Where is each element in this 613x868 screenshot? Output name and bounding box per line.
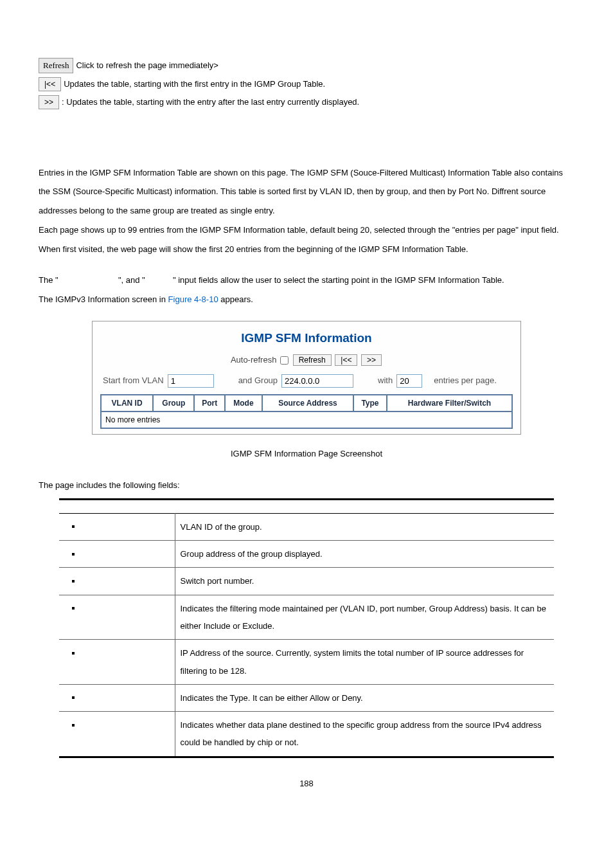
screenshot-controls: Auto-refresh Refresh |<< >> bbox=[100, 354, 513, 366]
table-row: Group address of the group displayed. bbox=[59, 541, 554, 568]
field-desc: Indicates the filtering mode maintained … bbox=[175, 595, 554, 640]
refresh-desc: Click to refresh the page immediately> bbox=[76, 59, 218, 72]
col-port: Port bbox=[194, 395, 225, 411]
figure-link[interactable]: Figure 4-8-10 bbox=[168, 294, 218, 304]
bullet-icon bbox=[72, 652, 75, 655]
refresh-button[interactable]: Refresh bbox=[293, 354, 332, 366]
field-desc: Indicates the Type. It can be either All… bbox=[175, 684, 554, 711]
no-entries-row: No more entries bbox=[101, 411, 512, 428]
table-row: Switch port number. bbox=[59, 568, 554, 595]
screenshot-caption: IGMP SFM Information Page Screenshot bbox=[39, 448, 574, 460]
row-first: |<< Updates the table, starting with the… bbox=[39, 77, 574, 91]
table-row: Indicates whether data plane destined to… bbox=[59, 712, 554, 757]
paragraph-2: The " ", and " " input fields allow the … bbox=[39, 271, 574, 309]
entries-input[interactable] bbox=[396, 374, 422, 388]
start-vlan-label: Start from VLAN bbox=[103, 374, 164, 387]
first-page-button[interactable]: |<< bbox=[335, 354, 357, 366]
page-number: 188 bbox=[39, 777, 574, 790]
field-desc: Indicates whether data plane destined to… bbox=[175, 712, 554, 757]
col-mode: Mode bbox=[225, 395, 262, 411]
next-desc: : Updates the table, starting with the e… bbox=[62, 96, 359, 109]
fields-header-desc bbox=[175, 499, 554, 513]
group-label: and Group bbox=[238, 374, 278, 387]
table-row: Indicates the Type. It can be either All… bbox=[59, 684, 554, 711]
fields-header-object bbox=[59, 499, 175, 513]
field-desc: VLAN ID of the group. bbox=[175, 513, 554, 540]
row-refresh: Refresh Click to refresh the page immedi… bbox=[39, 58, 574, 73]
fields-table: VLAN ID of the group. Group address of t… bbox=[59, 498, 554, 758]
table-row: IP Address of the source. Currently, sys… bbox=[59, 640, 554, 685]
next-page-button[interactable]: >> bbox=[361, 354, 382, 366]
col-vlanid: VLAN ID bbox=[101, 395, 153, 411]
with-label: with bbox=[378, 374, 393, 387]
auto-refresh-label: Auto-refresh bbox=[231, 355, 277, 365]
col-group: Group bbox=[153, 395, 194, 411]
bullet-icon bbox=[72, 580, 75, 583]
col-source: Source Address bbox=[262, 395, 353, 411]
group-input[interactable] bbox=[281, 374, 353, 388]
col-type: Type bbox=[353, 395, 387, 411]
sfm-table: VLAN ID Group Port Mode Source Address T… bbox=[100, 394, 513, 429]
entries-label: entries per page. bbox=[434, 374, 497, 387]
auto-refresh-checkbox[interactable] bbox=[280, 356, 289, 365]
paragraph-1: Entries in the IGMP SFM Information Tabl… bbox=[39, 163, 574, 259]
table-row: VLAN ID of the group. bbox=[59, 513, 554, 540]
fields-intro: The page includes the following fields: bbox=[39, 479, 574, 492]
field-desc: IP Address of the source. Currently, sys… bbox=[175, 640, 554, 685]
bullet-icon bbox=[72, 525, 75, 528]
field-desc: Group address of the group displayed. bbox=[175, 541, 554, 568]
vlan-input[interactable] bbox=[168, 374, 214, 388]
col-hw: Hardware Filter/Switch bbox=[387, 395, 512, 411]
field-desc: Switch port number. bbox=[175, 568, 554, 595]
row-next: >> : Updates the table, starting with th… bbox=[39, 95, 574, 109]
screenshot-filter: Start from VLAN and Group with entries p… bbox=[100, 374, 513, 388]
first-desc: Updates the table, starting with the fir… bbox=[64, 78, 325, 91]
table-row: Indicates the filtering mode maintained … bbox=[59, 595, 554, 640]
bullet-icon bbox=[72, 553, 75, 556]
refresh-button-img: Refresh bbox=[39, 58, 73, 73]
first-button-img: |<< bbox=[39, 77, 61, 91]
next-button-img: >> bbox=[39, 95, 59, 109]
bullet-icon bbox=[72, 696, 75, 699]
screenshot-title: IGMP SFM Information bbox=[100, 329, 513, 348]
screenshot-panel: IGMP SFM Information Auto-refresh Refres… bbox=[92, 321, 521, 435]
bullet-icon bbox=[72, 607, 75, 610]
bullet-icon bbox=[72, 724, 75, 727]
